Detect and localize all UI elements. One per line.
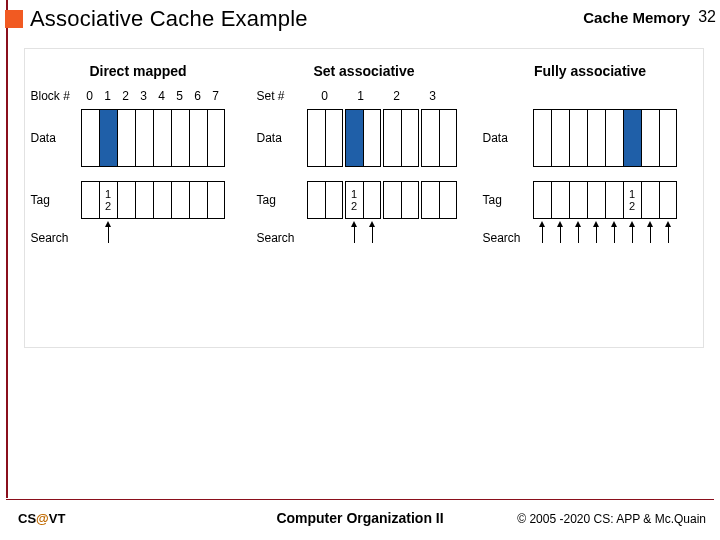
tag-cell [135,181,153,219]
data-cell [189,109,207,167]
arrow-icon [650,227,651,243]
index-label: Set # [257,89,307,103]
data-cell-highlight [99,109,117,167]
arrow-icon [632,227,633,243]
tag-cell: 1 2 [345,181,363,219]
data-cell [587,109,605,167]
tag-cell [171,181,189,219]
tag-cell [325,181,343,219]
tag-cell [207,181,225,219]
idx: 2 [379,89,415,103]
data-cell [307,109,325,167]
tag-cells: 1 2 [533,181,677,219]
tag-cell [117,181,135,219]
accent-square [5,10,23,28]
data-label: Data [31,131,81,145]
footer-rule [6,499,714,500]
arrow-icon [614,227,615,243]
topic-label: Cache Memory [583,9,690,26]
idx: 6 [189,89,207,103]
tag-cell [533,181,551,219]
panel-title: Fully associative [483,63,698,79]
set-numbers: 0 1 2 3 [307,89,451,103]
panel-title: Set associative [257,63,472,79]
tag-val: 2 [351,200,357,212]
data-cell [659,109,677,167]
arrows [533,225,677,251]
data-cell [605,109,623,167]
tag-val: 1 [105,188,111,200]
tag-cell [605,181,623,219]
idx: 7 [207,89,225,103]
index-label: Block # [31,89,81,103]
tag-cell [307,181,325,219]
idx: 2 [117,89,135,103]
data-cell [81,109,99,167]
data-cell [439,109,457,167]
arrows [307,225,459,251]
data-cell [421,109,439,167]
arrow-icon [354,227,355,243]
tag-cell [659,181,677,219]
tag-cell [189,181,207,219]
arrow-icon [542,227,543,243]
tag-cell [439,181,457,219]
data-cell [551,109,569,167]
tag-label: Tag [483,193,533,207]
arrow-icon [578,227,579,243]
idx: 1 [99,89,117,103]
arrow-icon [560,227,561,243]
idx: 3 [415,89,451,103]
tag-cell: 1 2 [99,181,117,219]
tag-cell [153,181,171,219]
search-label: Search [483,231,533,245]
panel-direct-mapped: Direct mapped Block # 0 1 2 3 4 5 6 7 [31,63,246,257]
data-label: Data [257,131,307,145]
idx: 0 [81,89,99,103]
tag-cell [551,181,569,219]
idx: 5 [171,89,189,103]
data-cell [135,109,153,167]
tag-cell [421,181,439,219]
data-cell-highlight [623,109,641,167]
data-cell [641,109,659,167]
tag-cells: 1 2 [81,181,225,219]
data-cells [307,109,457,167]
panel-fully-associative: Fully associative Data [483,63,698,257]
tag-cell [587,181,605,219]
arrow-icon [108,227,109,243]
tag-label: Tag [31,193,81,207]
tag-val: 1 [629,188,635,200]
arrow-icon [596,227,597,243]
data-cell [325,109,343,167]
data-cell [363,109,381,167]
arrow-icon [668,227,669,243]
arrow-icon [372,227,373,243]
index-label [483,89,533,103]
search-label: Search [31,231,81,245]
tag-val: 1 [351,188,357,200]
tag-cell: 1 2 [623,181,641,219]
panel-set-associative: Set associative Set # 0 1 2 3 Data [257,63,472,257]
data-cell [401,109,419,167]
idx: 1 [343,89,379,103]
tag-cell [363,181,381,219]
tag-label: Tag [257,193,307,207]
block-numbers: 0 1 2 3 4 5 6 7 [81,89,225,103]
panel-title: Direct mapped [31,63,246,79]
tag-cell [569,181,587,219]
data-cell [569,109,587,167]
tag-val: 2 [105,200,111,212]
data-label: Data [483,131,533,145]
data-cell [153,109,171,167]
data-cells [533,109,677,167]
data-cell-highlight [345,109,363,167]
footer-right: © 2005 -2020 CS: APP & Mc.Quain [517,512,706,526]
data-cell [533,109,551,167]
tag-val: 2 [629,200,635,212]
tag-cell [641,181,659,219]
slide-title: Associative Cache Example [30,6,308,32]
search-label: Search [257,231,307,245]
tag-cells: 1 2 [307,181,457,219]
tag-cell [383,181,401,219]
